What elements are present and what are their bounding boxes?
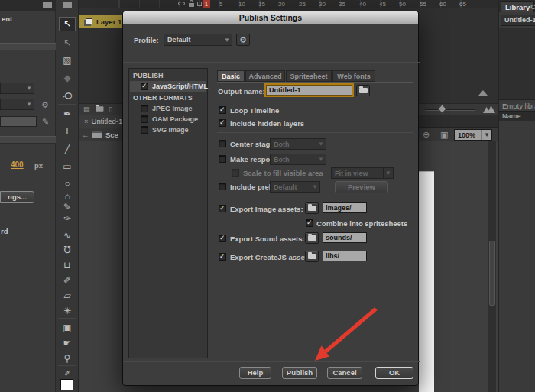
- combine-spritesheets-checkbox[interactable]: [306, 219, 313, 227]
- timeline-scroll-up-icon[interactable]: [478, 90, 488, 96]
- sound-assets-path-input[interactable]: sounds/: [323, 232, 367, 243]
- center-stage-dropdown[interactable]: Both▼: [270, 138, 326, 150]
- ok-button[interactable]: OK: [375, 367, 413, 379]
- properties-dropdown-1[interactable]: ▼: [0, 83, 34, 94]
- output-folder-button[interactable]: [356, 85, 370, 96]
- lock-icon[interactable]: [189, 3, 194, 7]
- panel-menu-icon[interactable]: [43, 2, 52, 8]
- scrollbar-thumb[interactable]: [489, 241, 495, 306]
- new-folder-icon[interactable]: [96, 106, 104, 113]
- zoom-tool[interactable]: ⚲: [59, 352, 76, 366]
- publish-button[interactable]: Publish: [282, 367, 317, 379]
- createjs-assets-path-input[interactable]: libs/: [323, 251, 367, 261]
- output-name-input[interactable]: Untitled-1: [266, 85, 352, 96]
- format-javascript-html[interactable]: JavaScript/HTML: [130, 81, 206, 92]
- stage-canvas[interactable]: [419, 171, 434, 392]
- line-tool[interactable]: ╱: [59, 142, 76, 157]
- hand-tool[interactable]: ☛: [59, 336, 76, 351]
- new-layer-icon[interactable]: ▤: [83, 106, 90, 113]
- jpeg-checkbox[interactable]: [141, 105, 148, 112]
- tab-advanced[interactable]: Advanced: [245, 70, 285, 82]
- tab-spritesheet[interactable]: Spritesheet: [286, 70, 332, 82]
- format-oam[interactable]: OAM Package: [130, 114, 206, 125]
- back-arrow-icon[interactable]: ←: [82, 131, 89, 139]
- cancel-button[interactable]: Cancel: [327, 367, 362, 379]
- format-svg[interactable]: SVG Image: [130, 125, 206, 135]
- tab-cc-libraries-partial[interactable]: CC: [530, 2, 535, 11]
- playhead-frame-indicator[interactable]: 1: [203, 0, 210, 8]
- eyedropper-tool[interactable]: ✐: [59, 274, 76, 288]
- tab-library[interactable]: Library: [501, 1, 534, 12]
- trash-icon[interactable]: ▯: [109, 106, 112, 113]
- text-tool[interactable]: T: [59, 125, 76, 139]
- scale-to-fill-dropdown[interactable]: Fit in view▼: [331, 167, 394, 179]
- pencil-edit-icon[interactable]: ✎: [42, 117, 49, 127]
- spray-brush-tool[interactable]: ✳: [59, 304, 76, 319]
- tab-basic[interactable]: Basic: [217, 70, 245, 82]
- profile-options-gear-icon[interactable]: ⚙: [236, 34, 250, 46]
- include-preloader-checkbox[interactable]: [219, 183, 226, 190]
- properties-text-field[interactable]: [0, 116, 37, 127]
- eye-visibility-icon[interactable]: [178, 2, 185, 5]
- tab-web-fonts[interactable]: Web fonts: [332, 70, 375, 82]
- fill-color-swatch[interactable]: [60, 379, 73, 390]
- free-transform-tool[interactable]: ▧: [59, 53, 76, 68]
- oam-checkbox[interactable]: [141, 115, 148, 123]
- eraser-tool[interactable]: ▱: [59, 289, 76, 303]
- preloader-dropdown[interactable]: Default▼: [270, 181, 320, 193]
- camera-tool[interactable]: ▣: [59, 321, 76, 335]
- selection-tool[interactable]: ↖: [59, 17, 76, 31]
- export-sound-assets-checkbox[interactable]: [219, 235, 226, 242]
- ink-bottle-tool[interactable]: ⊔: [59, 258, 76, 273]
- format-label: SVG Image: [152, 126, 189, 134]
- bone-tool[interactable]: ∿: [59, 228, 76, 243]
- profile-dropdown[interactable]: Default▼: [164, 34, 232, 46]
- format-jpeg[interactable]: JPEG Image: [130, 103, 206, 114]
- stage-height-value[interactable]: 400: [11, 160, 24, 169]
- svg-checkbox[interactable]: [141, 126, 148, 134]
- lasso-tool[interactable]: Q: [60, 88, 75, 105]
- wrench-icon[interactable]: ⚙: [41, 100, 49, 110]
- timeline-zoom-slider-track[interactable]: [425, 109, 475, 111]
- timeline-ruler[interactable]: 1 5 10 15 20 25 30 35 40 45 50 55 60 65: [79, 0, 498, 8]
- make-responsive-checkbox[interactable]: [219, 155, 226, 163]
- make-responsive-dropdown[interactable]: Both▼: [270, 154, 326, 165]
- outline-mode-icon[interactable]: [197, 2, 202, 6]
- image-assets-folder-button[interactable]: [305, 202, 319, 214]
- export-createjs-assets-checkbox[interactable]: [219, 253, 226, 261]
- library-name-column-header[interactable]: Name: [499, 111, 535, 121]
- vertical-scrollbar[interactable]: [488, 141, 496, 392]
- publish-formats-list: PUBLISH JavaScript/HTML OTHER FORMATS JP…: [128, 68, 208, 358]
- subselection-tool[interactable]: ↖: [59, 36, 76, 50]
- clip-content-icon[interactable]: ▣: [440, 130, 448, 140]
- advanced-settings-button-partial[interactable]: ngs...: [0, 191, 34, 203]
- createjs-assets-folder-button[interactable]: [305, 251, 319, 262]
- output-name-label: Output name:: [218, 87, 265, 96]
- scale-to-fill-checkbox[interactable]: [232, 169, 239, 177]
- properties-section-divider-2[interactable]: [0, 136, 56, 144]
- javascript-html-checkbox[interactable]: [141, 83, 148, 90]
- sound-assets-folder-button[interactable]: [305, 232, 319, 244]
- gradient-transform-tool[interactable]: ◆: [59, 71, 76, 86]
- pen-tool[interactable]: ✒: [59, 107, 76, 121]
- paint-bucket-tool[interactable]: ℧: [59, 243, 76, 258]
- dialog-title-bar[interactable]: Publish Settings: [123, 11, 418, 24]
- help-button[interactable]: Help: [239, 367, 271, 379]
- library-document-select[interactable]: Untitled-1: [501, 15, 535, 26]
- preview-button[interactable]: Preview: [335, 181, 388, 193]
- stage-zoom-dropdown[interactable]: 100%▼: [454, 129, 492, 141]
- properties-section-divider[interactable]: [0, 43, 56, 50]
- tools-panel-grip-icon[interactable]: [63, 2, 72, 8]
- center-stage-icon[interactable]: ⊕: [423, 130, 430, 140]
- layer-name[interactable]: Layer 1: [96, 18, 122, 26]
- include-hidden-layers-checkbox[interactable]: [219, 119, 226, 127]
- timeline-zoom-max-icon[interactable]: [483, 105, 495, 113]
- rectangle-tool[interactable]: ▭: [59, 160, 76, 174]
- properties-dropdown-2[interactable]: ▼: [0, 99, 34, 110]
- export-image-assets-checkbox[interactable]: [219, 205, 226, 212]
- image-assets-path-input[interactable]: images/: [323, 202, 367, 213]
- center-stage-checkbox[interactable]: [219, 140, 226, 147]
- timeline-zoom-slider-thumb[interactable]: [437, 104, 447, 114]
- loop-timeline-checkbox[interactable]: [219, 106, 226, 114]
- close-icon[interactable]: ×: [84, 117, 89, 125]
